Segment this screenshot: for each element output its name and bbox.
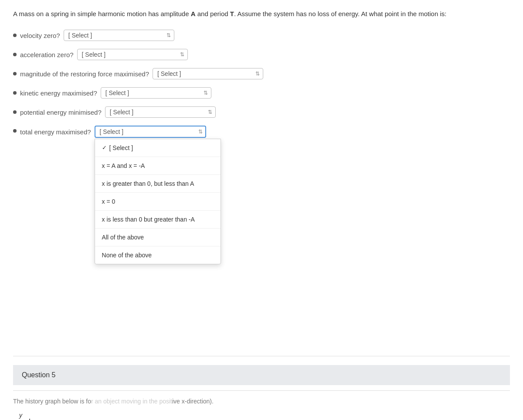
list-item-total: total energy maximised? [ Select ] x = A…	[13, 126, 510, 138]
bullet-icon	[13, 53, 17, 56]
bullet-icon	[13, 129, 17, 133]
dropdown-item-label: x is less than 0 but greater than -A	[102, 216, 195, 223]
total-select[interactable]: [ Select ] x = A and x = -A x is greater…	[95, 126, 206, 138]
total-dropdown-panel: ✓ [ Select ] x = A and x = -A x is great…	[95, 139, 221, 264]
dropdown-item-x0[interactable]: x = 0	[95, 193, 221, 211]
potential-label: potential energy minimised?	[20, 109, 102, 116]
bullet-icon	[13, 72, 17, 75]
question5-label: Question 5	[22, 371, 55, 379]
total-label: total energy maximised?	[20, 128, 91, 136]
dropdown-item-label: [ Select ]	[109, 144, 133, 151]
check-icon: ✓	[102, 144, 107, 151]
dropdown-item-label: x = 0	[102, 198, 115, 205]
acceleration-select[interactable]: [ Select ] x = A and x = -A x is greater…	[77, 49, 188, 60]
intro-paragraph: A mass on a spring in simple harmonic mo…	[13, 9, 510, 19]
acceleration-select-wrapper[interactable]: [ Select ] x = A and x = -A x is greater…	[77, 49, 188, 60]
dropdown-item-label: x is greater than 0, but less than A	[102, 180, 194, 187]
dropdown-item-select[interactable]: ✓ [ Select ]	[95, 139, 221, 157]
graph-y-label: y	[19, 412, 22, 419]
question5-section: Question 5	[13, 365, 510, 385]
history-text: The history graph below is for an object…	[13, 398, 510, 405]
dropdown-item-xlt0[interactable]: x is less than 0 but greater than -A	[95, 211, 221, 229]
question-list: velocity zero? [ Select ] x = A and x = …	[13, 30, 510, 138]
restoring-select-wrapper[interactable]: [ Select ] x = A and x = -A x is greater…	[153, 68, 263, 79]
separator-line2	[13, 390, 510, 391]
dropdown-item-label: x = A and x = -A	[102, 162, 145, 169]
velocity-label: velocity zero?	[20, 32, 60, 39]
velocity-select-wrapper[interactable]: [ Select ] x = A and x = -A x is greater…	[64, 30, 174, 41]
bullet-icon	[13, 110, 17, 114]
total-select-wrapper[interactable]: [ Select ] x = A and x = -A x is greater…	[95, 126, 206, 138]
kinetic-select-wrapper[interactable]: [ Select ] x = A and x = -A x is greater…	[101, 87, 211, 99]
list-item-kinetic: kinetic energy maximised? [ Select ] x =…	[13, 87, 510, 99]
dropdown-item-xa[interactable]: x = A and x = -A	[95, 157, 221, 175]
bullet-icon	[13, 34, 17, 37]
potential-select-wrapper[interactable]: [ Select ] x = A and x = -A x is greater…	[105, 106, 216, 118]
graph-svg	[25, 414, 130, 420]
kinetic-select[interactable]: [ Select ] x = A and x = -A x is greater…	[101, 87, 211, 99]
dropdown-item-xgt0[interactable]: x is greater than 0, but less than A	[95, 175, 221, 193]
list-item-velocity: velocity zero? [ Select ] x = A and x = …	[13, 30, 510, 41]
list-item-potential: potential energy minimised? [ Select ] x…	[13, 106, 510, 118]
dropdown-item-none-above[interactable]: None of the above	[95, 246, 221, 264]
graph-area: y t	[17, 410, 139, 420]
dropdown-item-all-above[interactable]: All of the above	[95, 229, 221, 246]
dropdown-item-label: None of the above	[102, 252, 152, 259]
list-item-restoring: magnitude of the restoring force maximis…	[13, 68, 510, 79]
dropdown-item-label: All of the above	[102, 234, 144, 241]
restoring-label: magnitude of the restoring force maximis…	[20, 70, 149, 78]
separator-line	[13, 356, 510, 356]
restoring-select[interactable]: [ Select ] x = A and x = -A x is greater…	[153, 68, 263, 79]
velocity-select[interactable]: [ Select ] x = A and x = -A x is greater…	[64, 30, 174, 41]
kinetic-label: kinetic energy maximised?	[20, 89, 97, 97]
bullet-icon	[13, 91, 17, 95]
acceleration-label: acceleration zero?	[20, 51, 74, 58]
potential-select[interactable]: [ Select ] x = A and x = -A x is greater…	[105, 106, 216, 118]
list-item-acceleration: acceleration zero? [ Select ] x = A and …	[13, 49, 510, 60]
